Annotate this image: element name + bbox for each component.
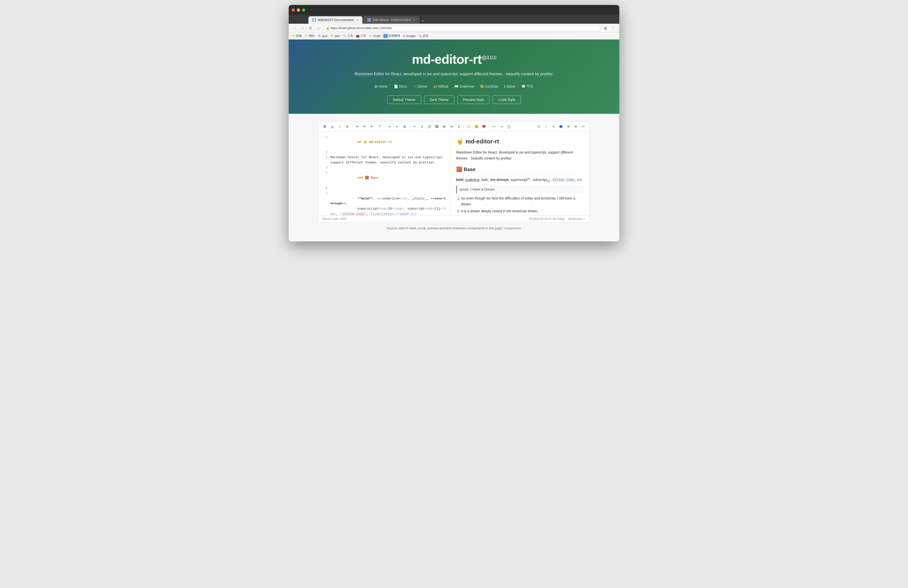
- bookmark-imzbf[interactable]: 📁 imzbf: [369, 34, 380, 38]
- code-block-button[interactable]: {}: [419, 123, 425, 130]
- quote-button[interactable]: ❝: [376, 123, 383, 130]
- preview-underline: underline: [465, 178, 480, 182]
- bookmarks-bar: 📁 收藏 📁 网站 ☕ java 📁 web 🔧 工具 💼 工作 📁 imzbf: [289, 32, 619, 40]
- underline-button[interactable]: U: [329, 123, 336, 130]
- tab-active[interactable]: 📄 MdEditorRT Documentation ✕: [308, 16, 362, 24]
- text-up-button[interactable]: A↑: [361, 123, 368, 130]
- nav-docs[interactable]: 📄 Docs: [394, 84, 407, 89]
- redo-button[interactable]: ↪: [498, 123, 505, 130]
- bold-button[interactable]: B: [322, 123, 328, 130]
- bookmark-icon-0: 📁: [291, 34, 295, 37]
- ordered-list-button[interactable]: ≡: [394, 123, 401, 130]
- reload-button[interactable]: ↺: [307, 25, 313, 31]
- bookmark-baidu-translate[interactable]: 百 百度翻译: [383, 34, 400, 38]
- catalog-button[interactable]: ⊞: [565, 123, 572, 130]
- contrast-icon: 🎨: [480, 84, 484, 89]
- hero-version: @3.0.0: [481, 55, 496, 60]
- close-dot[interactable]: [291, 8, 295, 11]
- heading-button[interactable]: H: [354, 123, 361, 130]
- back-button[interactable]: ←: [291, 25, 298, 31]
- clipboard-button[interactable]: 📋: [506, 123, 512, 130]
- titlebar: [289, 5, 619, 15]
- tab-inactive[interactable]: 🐙 Edit release · imzbf/md-editor ✕: [364, 16, 419, 24]
- emoji-button[interactable]: 😊: [473, 123, 480, 130]
- bookmark-label-6: imzbf: [374, 34, 380, 38]
- fullscreen-button[interactable]: ⤢: [543, 123, 549, 130]
- menu-button[interactable]: ⋮: [610, 25, 617, 31]
- line-num-6: 6: [322, 186, 327, 191]
- dark-theme-button[interactable]: Dark Theme: [424, 95, 454, 104]
- bookmark-google[interactable]: G Google: [403, 34, 415, 38]
- line-num-3: 3: [322, 155, 327, 165]
- minimize-dot[interactable]: [297, 8, 300, 11]
- undo-button[interactable]: ↩: [491, 123, 497, 130]
- line-content-1: ## 🤘 md-editor-rt: [330, 135, 447, 150]
- unordered-list-button[interactable]: ≡: [386, 123, 393, 130]
- default-theme-button[interactable]: Default Theme: [387, 95, 421, 104]
- line-content-4: [330, 165, 447, 171]
- bookmark-icon-9: 🔍: [419, 34, 422, 37]
- hero-description: Markdown Editor for React, developed in …: [294, 72, 614, 77]
- nav-github[interactable]: 🐙 Github: [433, 84, 448, 89]
- grammar-icon: 📖: [454, 84, 459, 89]
- preview-superscript: 26: [527, 177, 530, 180]
- address-bar[interactable]: 🔒 https://imzbf.github.io/md-editor-rt/e…: [323, 25, 601, 31]
- github-link-button[interactable]: </>: [580, 123, 586, 130]
- italic-button[interactable]: I: [336, 123, 343, 130]
- settings-button[interactable]: 🔵: [557, 123, 564, 130]
- task-list-button[interactable]: ⊞: [401, 123, 408, 130]
- formula-button[interactable]: ≋: [448, 123, 455, 130]
- link-button[interactable]: 🔗: [426, 123, 433, 130]
- bookmark-tools[interactable]: 🔧 工具: [343, 34, 353, 38]
- docs-icon: 📄: [394, 84, 398, 89]
- nav-grammar-label: Grammar: [459, 84, 474, 89]
- toolbar-sep-5: [489, 124, 489, 129]
- bookmark-label-8: Google: [406, 34, 415, 38]
- home-button[interactable]: ⌂: [316, 25, 321, 31]
- extensions-button[interactable]: ⊞: [602, 25, 609, 31]
- bookmark-java[interactable]: ☕ java: [318, 34, 327, 38]
- checkbox-button[interactable]: ☐: [465, 123, 473, 130]
- preview-toggle-button[interactable]: ⊡: [535, 123, 542, 130]
- nav-demo[interactable]: 🎮 Demo: [413, 84, 427, 89]
- tab-close-active[interactable]: ✕: [356, 19, 359, 22]
- code-editor-pane[interactable]: 1 ## 🤘 md-editor-rt 2 3 Markdown Editor …: [319, 132, 450, 216]
- bookmark-sites[interactable]: 📁 网站: [305, 34, 315, 38]
- strikethrough-button[interactable]: S: [344, 123, 351, 130]
- nav-chinese[interactable]: 💬 中文: [522, 84, 533, 89]
- preview-base-title: Base: [464, 165, 476, 174]
- text-down-button[interactable]: A↓: [369, 123, 375, 130]
- forward-button[interactable]: →: [299, 25, 306, 31]
- nav-grammar[interactable]: 📖 Grammar: [454, 84, 474, 89]
- nav-bar: ← → ↺ ⌂ 🔒 https://imzbf.github.io/md-edi…: [289, 24, 619, 32]
- line-content-6: [330, 186, 447, 191]
- preview-link[interactable]: link: [577, 178, 582, 182]
- nav-contrast[interactable]: 🎨 Contrast: [480, 84, 498, 89]
- nav-about[interactable]: ℹ About: [504, 84, 515, 89]
- code-style-button[interactable]: Code Style: [493, 95, 521, 104]
- maximize-dot[interactable]: [302, 8, 305, 11]
- hero-navigation: ⊞ Home 📄 Docs 🎮 Demo 🐙 Github 📖 Grammar …: [294, 84, 614, 89]
- table-button[interactable]: ⊞: [441, 123, 448, 130]
- nav-demo-label: Demo: [418, 84, 427, 89]
- nav-home[interactable]: ⊞ Home: [375, 84, 388, 89]
- github-icon: 🐙: [433, 84, 437, 89]
- preview-bold: bold: [456, 178, 464, 182]
- bookmark-work[interactable]: 💼 工作: [356, 34, 366, 38]
- bookmark-favorites[interactable]: 📁 收藏: [291, 34, 302, 38]
- math-button[interactable]: Σ: [456, 123, 462, 130]
- preview-style-button[interactable]: Preview Style: [457, 95, 490, 104]
- more-button[interactable]: ⊞: [572, 123, 579, 130]
- preview-subscript: [1]: [547, 180, 549, 182]
- code-inline-button[interactable]: <>: [411, 123, 418, 130]
- footer-link[interactable]: components: [504, 226, 522, 230]
- image-button[interactable]: 🖼: [433, 123, 440, 130]
- tab-label-inactive: Edit release · imzbf/md-editor: [373, 18, 411, 22]
- tab-add-button[interactable]: +: [422, 19, 424, 24]
- bookmark-web[interactable]: 📁 web: [330, 34, 340, 38]
- bookmark-bing[interactable]: 🔍 必应: [419, 34, 428, 38]
- split-view-button[interactable]: ⊙: [550, 123, 557, 130]
- heart-button[interactable]: ❤️: [480, 123, 487, 130]
- tab-favicon-inactive: 🐙: [367, 18, 371, 22]
- tab-close-inactive[interactable]: ✕: [413, 19, 415, 22]
